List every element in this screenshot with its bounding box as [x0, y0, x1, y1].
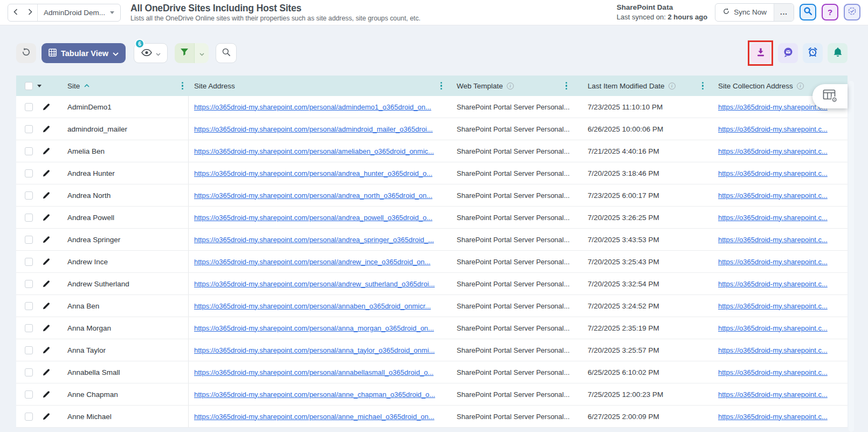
help-button[interactable]: ?	[822, 4, 838, 20]
site-collection-link[interactable]: https://o365droid-my.sharepoint.c...	[718, 258, 828, 266]
site-address-link[interactable]: https://o365droid-my.sharepoint.com/pers…	[194, 413, 435, 421]
select-all-checkbox[interactable]	[25, 82, 33, 90]
info-icon[interactable]	[507, 83, 514, 90]
edit-pencil-icon[interactable]	[42, 390, 50, 399]
site-collection-link[interactable]: https://o365droid-my.sharepoint.c...	[718, 103, 828, 111]
edit-pencil-icon[interactable]	[42, 324, 50, 332]
site-address-link[interactable]: https://o365droid-my.sharepoint.com/pers…	[194, 390, 435, 399]
site-address-link[interactable]: https://o365droid-my.sharepoint.com/pers…	[194, 125, 433, 133]
schedule-alert-button[interactable]	[803, 43, 823, 63]
edit-pencil-icon[interactable]	[42, 191, 50, 200]
back-button[interactable]	[8, 4, 23, 21]
edit-pencil-icon[interactable]	[42, 236, 50, 244]
export-download-button[interactable]	[750, 43, 770, 63]
column-visibility-dropdown[interactable]: 6	[134, 43, 168, 63]
sync-now-button[interactable]: Sync Now	[715, 4, 774, 21]
row-checkbox[interactable]	[25, 302, 33, 310]
edit-pencil-icon[interactable]	[42, 413, 50, 421]
vertical-scrollbar[interactable]	[849, 81, 854, 432]
edit-pencil-icon[interactable]	[42, 147, 50, 155]
last-modified-value: 7/25/2025 12:00:23 PM	[588, 390, 663, 399]
row-checkbox[interactable]	[25, 258, 33, 266]
site-collection-link[interactable]: https://o365droid-my.sharepoint.c...	[718, 236, 828, 244]
site-collection-link[interactable]: https://o365droid-my.sharepoint.c...	[718, 147, 828, 155]
notifications-button[interactable]	[828, 43, 848, 63]
column-header-site-address[interactable]: Site Address	[189, 76, 447, 96]
web-template-cell: SharePoint Portal Server Personal...	[447, 383, 573, 405]
row-checkbox[interactable]	[25, 280, 33, 288]
site-name: Anna Morgan	[67, 324, 111, 332]
column-header-web-template[interactable]: Web Template	[447, 76, 573, 96]
filter-button[interactable]	[175, 43, 194, 63]
last-modified-value: 7/20/2025 3:32:54 PM	[588, 280, 659, 288]
site-address-link[interactable]: https://o365droid-my.sharepoint.com/pers…	[194, 368, 433, 376]
site-collection-link[interactable]: https://o365droid-my.sharepoint.c...	[718, 368, 828, 376]
site-collection-link[interactable]: https://o365droid-my.sharepoint.c...	[718, 191, 828, 200]
edit-pencil-icon[interactable]	[42, 169, 50, 177]
edit-pencil-icon[interactable]	[42, 103, 50, 111]
edit-pencil-icon[interactable]	[42, 368, 50, 376]
forward-button[interactable]	[23, 4, 37, 21]
column-header-last-modified[interactable]: Last Item Modified Date	[573, 76, 709, 96]
info-icon[interactable]	[797, 83, 804, 90]
filter-dropdown-button[interactable]	[194, 43, 209, 63]
feedback-chat-button[interactable]	[778, 43, 798, 63]
row-checkbox[interactable]	[25, 169, 33, 177]
row-checkbox[interactable]	[25, 346, 33, 354]
row-checkbox[interactable]	[25, 413, 33, 421]
site-address-link[interactable]: https://o365droid-my.sharepoint.com/pers…	[194, 147, 434, 155]
column-drag-handle[interactable]	[566, 82, 567, 90]
site-address-link[interactable]: https://o365droid-my.sharepoint.com/pers…	[194, 214, 432, 222]
site-collection-link[interactable]: https://o365droid-my.sharepoint.c...	[718, 169, 828, 177]
row-checkbox[interactable]	[25, 390, 33, 399]
row-checkbox[interactable]	[25, 191, 33, 200]
column-drag-handle[interactable]	[182, 82, 183, 90]
site-address-link[interactable]: https://o365droid-my.sharepoint.com/pers…	[194, 280, 435, 288]
row-checkbox[interactable]	[25, 368, 33, 376]
site-collection-link[interactable]: https://o365droid-my.sharepoint.c...	[718, 302, 828, 310]
site-address-link[interactable]: https://o365droid-my.sharepoint.com/pers…	[194, 302, 431, 310]
refresh-button[interactable]	[16, 43, 36, 63]
site-address-link[interactable]: https://o365droid-my.sharepoint.com/pers…	[194, 236, 434, 244]
row-checkbox[interactable]	[25, 324, 33, 332]
row-checkbox[interactable]	[25, 214, 33, 222]
column-settings-button[interactable]: ⚙	[812, 84, 848, 108]
info-icon[interactable]	[669, 83, 676, 90]
site-collection-link[interactable]: https://o365droid-my.sharepoint.c...	[718, 280, 828, 288]
site-address-link[interactable]: https://o365droid-my.sharepoint.com/pers…	[194, 103, 431, 111]
edit-pencil-icon[interactable]	[42, 280, 50, 288]
edit-pencil-icon[interactable]	[42, 302, 50, 310]
edit-pencil-icon[interactable]	[42, 346, 50, 354]
report-title-block: All OneDrive Sites Including Host Sites …	[130, 3, 421, 22]
row-checkbox[interactable]	[25, 147, 33, 155]
row-checkbox[interactable]	[25, 125, 33, 133]
column-drag-handle[interactable]	[702, 82, 704, 90]
edit-pencil-icon[interactable]	[42, 258, 50, 266]
view-mode-dropdown[interactable]: Tabular View	[42, 43, 126, 63]
column-drag-handle[interactable]	[440, 82, 442, 90]
site-collection-link[interactable]: https://o365droid-my.sharepoint.c...	[718, 413, 828, 421]
site-address-link[interactable]: https://o365droid-my.sharepoint.com/pers…	[194, 258, 430, 266]
edit-pencil-icon[interactable]	[42, 125, 50, 133]
site-collection-link[interactable]: https://o365droid-my.sharepoint.c...	[718, 324, 828, 332]
site-address-link[interactable]: https://o365droid-my.sharepoint.com/pers…	[194, 346, 435, 354]
sync-more-button[interactable]: ...	[774, 4, 794, 21]
row-checkbox[interactable]	[25, 103, 33, 111]
site-collection-link[interactable]: https://o365droid-my.sharepoint.c...	[718, 390, 828, 399]
site-collection-link[interactable]: https://o365droid-my.sharepoint.c...	[718, 346, 828, 354]
scheduled-tasks-button[interactable]	[844, 4, 860, 20]
edit-pencil-icon[interactable]	[42, 214, 50, 222]
row-select-cell	[16, 339, 40, 361]
site-collection-link[interactable]: https://o365droid-my.sharepoint.c...	[718, 125, 828, 133]
site-address-link[interactable]: https://o365droid-my.sharepoint.com/pers…	[194, 169, 432, 177]
site-address-cell: https://o365droid-my.sharepoint.com/pers…	[189, 184, 447, 206]
site-address-link[interactable]: https://o365droid-my.sharepoint.com/pers…	[194, 324, 434, 332]
row-checkbox[interactable]	[25, 236, 33, 244]
site-address-link[interactable]: https://o365droid-my.sharepoint.com/pers…	[194, 191, 432, 200]
site-collection-link[interactable]: https://o365droid-my.sharepoint.c...	[718, 214, 828, 222]
table-search-button[interactable]	[216, 43, 237, 63]
column-header-site[interactable]: Site	[59, 76, 189, 96]
workspace-selector[interactable]: AdminDroid Dem...	[37, 4, 120, 21]
global-search-button[interactable]	[800, 4, 816, 20]
select-menu-caret-icon[interactable]	[37, 85, 42, 87]
